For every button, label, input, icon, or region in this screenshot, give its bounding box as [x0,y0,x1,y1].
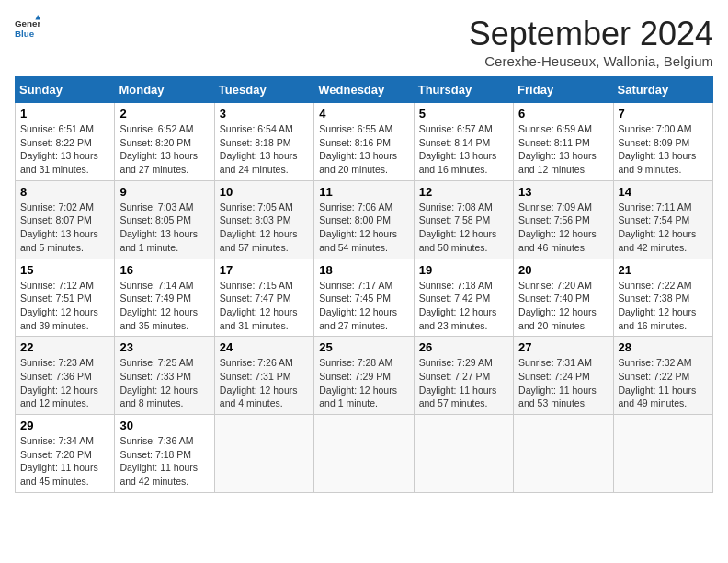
calendar-day: 16Sunrise: 7:14 AMSunset: 7:49 PMDayligh… [115,259,214,337]
calendar-day: 5Sunrise: 6:57 AMSunset: 8:14 PMDaylight… [414,103,513,181]
day-detail: Sunrise: 6:52 AMSunset: 8:20 PMDaylight:… [119,122,209,177]
day-detail: Sunrise: 7:03 AMSunset: 8:05 PMDaylight:… [119,201,209,255]
calendar-day: 11Sunrise: 7:06 AMSunset: 8:00 PMDayligh… [314,180,414,259]
calendar-week-row: 29Sunrise: 7:34 AMSunset: 7:20 PMDayligh… [16,415,713,493]
weekday-header: Wednesday [314,77,414,103]
calendar-day: 4Sunrise: 6:55 AMSunset: 8:16 PMDaylight… [314,103,414,181]
day-number: 20 [518,263,608,277]
day-detail: Sunrise: 6:54 AMSunset: 8:18 PMDaylight:… [220,122,309,177]
day-detail: Sunrise: 7:22 AMSunset: 7:38 PMDaylight:… [619,279,708,333]
day-detail: Sunrise: 7:06 AMSunset: 8:00 PMDaylight:… [319,201,408,255]
weekday-header: Thursday [414,77,513,103]
weekday-header: Saturday [613,77,712,103]
calendar-day: 8Sunrise: 7:02 AMSunset: 8:07 PMDaylight… [16,180,115,259]
calendar-day: 22Sunrise: 7:23 AMSunset: 7:36 PMDayligh… [16,337,115,415]
day-number: 7 [619,107,708,121]
day-number: 28 [619,340,708,354]
day-number: 24 [220,340,309,354]
day-detail: Sunrise: 7:14 AMSunset: 7:49 PMDaylight:… [119,279,209,333]
calendar-day: 12Sunrise: 7:08 AMSunset: 7:58 PMDayligh… [414,180,513,259]
calendar-day [314,415,414,493]
calendar-day: 24Sunrise: 7:26 AMSunset: 7:31 PMDayligh… [214,337,313,415]
day-number: 5 [419,107,508,121]
day-detail: Sunrise: 7:20 AMSunset: 7:40 PMDaylight:… [518,279,608,333]
calendar-day: 2Sunrise: 6:52 AMSunset: 8:20 PMDaylight… [115,103,214,181]
day-number: 13 [518,185,608,199]
day-number: 6 [518,107,608,121]
day-number: 3 [220,107,309,121]
calendar-day [613,415,712,493]
calendar-day: 29Sunrise: 7:34 AMSunset: 7:20 PMDayligh… [16,415,115,493]
calendar-day: 26Sunrise: 7:29 AMSunset: 7:27 PMDayligh… [414,337,513,415]
day-detail: Sunrise: 7:00 AMSunset: 8:09 PMDaylight:… [619,122,708,177]
day-number: 21 [619,263,708,277]
day-number: 18 [319,263,408,277]
day-detail: Sunrise: 7:12 AMSunset: 7:51 PMDaylight:… [20,279,109,333]
calendar-day: 7Sunrise: 7:00 AMSunset: 8:09 PMDaylight… [613,103,712,181]
day-detail: Sunrise: 7:11 AMSunset: 7:54 PMDaylight:… [619,201,708,255]
calendar-day [414,415,513,493]
calendar-week-row: 8Sunrise: 7:02 AMSunset: 8:07 PMDaylight… [16,180,713,259]
weekday-header: Tuesday [214,77,313,103]
calendar-day: 21Sunrise: 7:22 AMSunset: 7:38 PMDayligh… [613,259,712,337]
weekday-header-row: SundayMondayTuesdayWednesdayThursdayFrid… [16,77,713,103]
calendar-day: 15Sunrise: 7:12 AMSunset: 7:51 PMDayligh… [16,259,115,337]
calendar-day: 13Sunrise: 7:09 AMSunset: 7:56 PMDayligh… [514,180,613,259]
day-detail: Sunrise: 7:09 AMSunset: 7:56 PMDaylight:… [518,201,608,255]
weekday-header: Friday [514,77,613,103]
day-detail: Sunrise: 7:26 AMSunset: 7:31 PMDaylight:… [220,356,309,410]
calendar-day: 3Sunrise: 6:54 AMSunset: 8:18 PMDaylight… [214,103,313,181]
day-number: 14 [619,185,708,199]
day-detail: Sunrise: 7:08 AMSunset: 7:58 PMDaylight:… [419,201,508,255]
calendar-day: 9Sunrise: 7:03 AMSunset: 8:05 PMDaylight… [115,180,214,259]
calendar-day: 23Sunrise: 7:25 AMSunset: 7:33 PMDayligh… [115,337,214,415]
calendar-day: 20Sunrise: 7:20 AMSunset: 7:40 PMDayligh… [514,259,613,337]
day-number: 26 [419,340,508,354]
day-number: 11 [319,185,408,199]
day-detail: Sunrise: 7:31 AMSunset: 7:24 PMDaylight:… [518,356,608,410]
day-number: 16 [119,263,209,277]
calendar-day: 28Sunrise: 7:32 AMSunset: 7:22 PMDayligh… [613,337,712,415]
day-detail: Sunrise: 7:23 AMSunset: 7:36 PMDaylight:… [20,356,109,410]
calendar-table: SundayMondayTuesdayWednesdayThursdayFrid… [15,76,713,493]
day-detail: Sunrise: 6:51 AMSunset: 8:22 PMDaylight:… [20,122,109,177]
svg-marker-2 [35,15,40,20]
day-number: 23 [119,340,209,354]
day-number: 29 [20,419,109,432]
logo: General Blue [15,15,40,44]
day-number: 10 [220,185,309,199]
day-detail: Sunrise: 6:55 AMSunset: 8:16 PMDaylight:… [319,122,408,177]
logo-icon: General Blue [15,15,40,40]
day-detail: Sunrise: 6:59 AMSunset: 8:11 PMDaylight:… [518,122,608,177]
day-detail: Sunrise: 7:02 AMSunset: 8:07 PMDaylight:… [20,201,109,255]
day-number: 4 [319,107,408,121]
weekday-header: Sunday [16,77,115,103]
weekday-header: Monday [115,77,214,103]
calendar-day: 1Sunrise: 6:51 AMSunset: 8:22 PMDaylight… [16,103,115,181]
calendar-week-row: 15Sunrise: 7:12 AMSunset: 7:51 PMDayligh… [16,259,713,337]
calendar-week-row: 1Sunrise: 6:51 AMSunset: 8:22 PMDaylight… [16,103,713,181]
calendar-day: 30Sunrise: 7:36 AMSunset: 7:18 PMDayligh… [115,415,214,493]
calendar-day: 10Sunrise: 7:05 AMSunset: 8:03 PMDayligh… [214,180,313,259]
day-detail: Sunrise: 6:57 AMSunset: 8:14 PMDaylight:… [419,122,508,177]
month-title: September 2024 [469,15,713,53]
svg-text:Blue: Blue [15,29,35,39]
day-detail: Sunrise: 7:05 AMSunset: 8:03 PMDaylight:… [220,201,309,255]
day-number: 2 [119,107,209,121]
day-number: 9 [119,185,209,199]
calendar-day: 27Sunrise: 7:31 AMSunset: 7:24 PMDayligh… [514,337,613,415]
day-number: 25 [319,340,408,354]
day-number: 17 [220,263,309,277]
calendar-day [214,415,313,493]
day-number: 27 [518,340,608,354]
day-number: 15 [20,263,109,277]
day-number: 8 [20,185,109,199]
day-number: 1 [20,107,109,121]
calendar-day: 6Sunrise: 6:59 AMSunset: 8:11 PMDaylight… [514,103,613,181]
day-detail: Sunrise: 7:32 AMSunset: 7:22 PMDaylight:… [619,356,708,410]
day-number: 12 [419,185,508,199]
day-detail: Sunrise: 7:36 AMSunset: 7:18 PMDaylight:… [119,434,209,488]
location: Cerexhe-Heuseux, Wallonia, Belgium [469,53,713,69]
day-detail: Sunrise: 7:28 AMSunset: 7:29 PMDaylight:… [319,356,408,410]
day-detail: Sunrise: 7:15 AMSunset: 7:47 PMDaylight:… [220,279,309,333]
